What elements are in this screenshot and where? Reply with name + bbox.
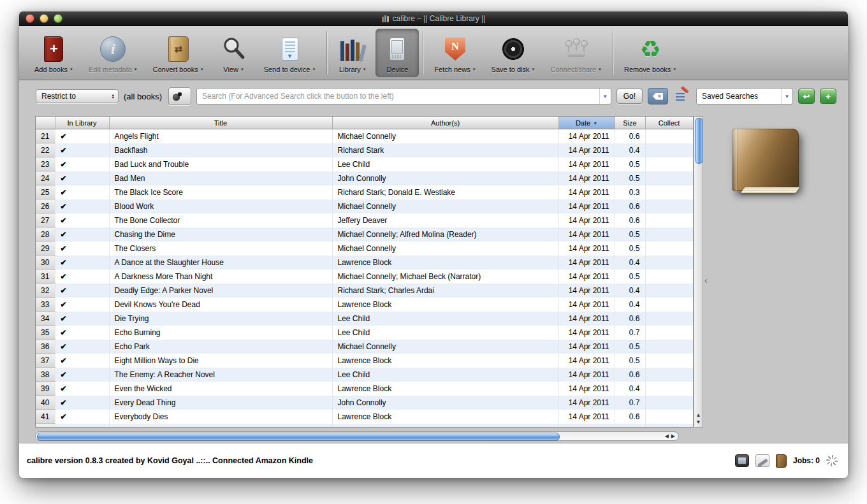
date-cell[interactable]: 14 Apr 2011 (558, 368, 615, 382)
table-row[interactable]: 41✔Everybody DiesLawrence Block14 Apr 20… (36, 410, 693, 424)
authors-cell[interactable]: Lawrence Block (332, 256, 558, 270)
date-cell[interactable]: 14 Apr 2011 (558, 227, 615, 241)
title-cell[interactable]: Chasing the Dime (109, 227, 332, 241)
authors-cell[interactable]: Jeffery Deaver (332, 213, 558, 227)
in-library-cell[interactable]: ✔ (55, 143, 109, 157)
in-library-cell[interactable]: ✔ (55, 424, 109, 428)
saved-searches-dropdown[interactable]: Saved Searches ▼ (696, 88, 793, 104)
row-number-cell[interactable]: 24 (36, 171, 55, 185)
authors-cell[interactable]: Lee Child (332, 368, 558, 382)
authors-cell[interactable]: Lawrence Block (332, 410, 558, 424)
tag-browser-toggle-icon[interactable] (755, 454, 769, 467)
toolbar-send-to-device[interactable]: ▼ Send to device▼ (257, 29, 323, 77)
close-window-button[interactable] (26, 14, 34, 23)
in-library-header[interactable]: In Library (55, 117, 109, 129)
search-input[interactable] (197, 92, 599, 101)
in-library-cell[interactable]: ✔ (55, 354, 109, 368)
in-library-cell[interactable]: ✔ (55, 199, 109, 213)
row-number-cell[interactable]: 33 (36, 298, 55, 312)
authors-cell[interactable]: John Connolly (332, 171, 558, 185)
dropdown-arrow-icon[interactable]: ▼ (134, 68, 138, 71)
book-details-toggle-icon[interactable] (776, 454, 787, 468)
table-row[interactable]: 31✔A Darkness More Than NightMichael Con… (36, 270, 693, 284)
authors-cell[interactable]: Richard Stark (332, 143, 558, 157)
in-library-cell[interactable]: ✔ (55, 312, 109, 326)
row-number-cell[interactable]: 36 (36, 340, 55, 354)
dropdown-arrow-icon[interactable]: ▼ (532, 68, 536, 71)
size-cell[interactable]: 0.5 (615, 270, 645, 284)
size-cell[interactable]: 0.4 (615, 382, 645, 396)
in-library-cell[interactable]: ✔ (55, 284, 109, 298)
in-library-cell[interactable]: ✔ (55, 298, 109, 312)
title-cell[interactable]: Eight Million Ways to Die (109, 354, 332, 368)
title-cell[interactable]: Devil Knows You're Dead (109, 298, 332, 312)
date-cell[interactable]: 14 Apr 2011 (558, 424, 615, 428)
date-header[interactable]: Date▼ (558, 117, 615, 129)
title-cell[interactable]: The Closers (109, 241, 332, 256)
toolbar-library[interactable]: Library▼ (331, 29, 374, 77)
collections-cell[interactable] (645, 213, 693, 227)
in-library-cell[interactable]: ✔ (55, 129, 109, 143)
title-cell[interactable]: Echo Burning (109, 326, 332, 340)
authors-cell[interactable]: Richard Stark (332, 424, 558, 428)
size-cell[interactable]: 0.5 (615, 340, 645, 354)
scroll-down-arrow-icon[interactable]: ▼ (696, 419, 701, 425)
size-header[interactable]: Size (615, 117, 645, 129)
authors-cell[interactable]: Lawrence Block (332, 382, 558, 396)
title-cell[interactable]: The Enemy: A Reacher Novel (109, 368, 332, 382)
date-cell[interactable]: 14 Apr 2011 (558, 157, 615, 171)
collections-header[interactable]: Collect (645, 117, 693, 129)
row-number-cell[interactable]: 29 (36, 241, 55, 256)
size-cell[interactable]: 0.3 (615, 424, 645, 428)
collections-cell[interactable] (645, 354, 693, 368)
date-cell[interactable]: 14 Apr 2011 (558, 213, 615, 227)
authors-cell[interactable]: Lawrence Block (332, 298, 558, 312)
advanced-search-button[interactable] (168, 87, 191, 105)
row-number-cell[interactable]: 31 (36, 270, 55, 284)
book-cover[interactable] (732, 129, 799, 191)
copy-search-to-saved-button[interactable]: ↩ (798, 89, 815, 104)
toolbar-connect-share[interactable]: Connect/share▼ (543, 29, 609, 77)
in-library-cell[interactable]: ✔ (55, 256, 109, 270)
collections-cell[interactable] (645, 129, 693, 143)
table-row[interactable]: 36✔Echo ParkMichael Connelly14 Apr 20110… (36, 340, 693, 354)
search-history-arrow-icon[interactable]: ▼ (599, 89, 611, 104)
row-number-cell[interactable]: 26 (36, 199, 55, 213)
saved-searches-arrow-icon[interactable]: ▼ (781, 89, 792, 104)
scroll-left-arrow-icon[interactable]: ◀ (665, 433, 669, 439)
date-cell[interactable]: 14 Apr 2011 (558, 284, 615, 298)
date-cell[interactable]: 14 Apr 2011 (558, 143, 615, 157)
toolbar-device[interactable]: Device (375, 29, 419, 77)
date-cell[interactable]: 14 Apr 2011 (558, 129, 615, 143)
collections-cell[interactable] (645, 298, 693, 312)
size-cell[interactable]: 0.4 (615, 256, 645, 270)
collections-cell[interactable] (645, 382, 693, 396)
titlebar[interactable]: calibre – || Calibre Library || (19, 11, 848, 26)
row-number-cell[interactable]: 42 (36, 424, 55, 428)
authors-cell[interactable]: Michael Connelly (332, 129, 558, 143)
title-cell[interactable]: Bad Luck and Trouble (109, 157, 332, 171)
row-number-cell[interactable]: 32 (36, 284, 55, 298)
scroll-up-arrow-icon[interactable]: ▲ (696, 412, 701, 418)
title-cell[interactable]: Even the Wicked (109, 382, 332, 396)
authors-cell[interactable]: Michael Connelly; Michael Beck (Narrator… (332, 270, 558, 284)
authors-cell[interactable]: Michael Connelly (332, 340, 558, 354)
in-library-cell[interactable]: ✔ (55, 326, 109, 340)
size-cell[interactable]: 0.5 (615, 171, 645, 185)
date-cell[interactable]: 14 Apr 2011 (558, 354, 615, 368)
date-cell[interactable]: 14 Apr 2011 (558, 270, 615, 284)
dropdown-arrow-icon[interactable]: ▼ (312, 68, 316, 71)
title-cell[interactable]: Blood Work (109, 199, 332, 213)
table-row[interactable]: 29✔The ClosersMichael Connelly14 Apr 201… (36, 241, 693, 256)
dropdown-arrow-icon[interactable]: ▼ (363, 68, 367, 71)
table-row[interactable]: 26✔Blood WorkMichael Connelly14 Apr 2011… (36, 199, 693, 213)
title-cell[interactable]: Backflash (109, 143, 332, 157)
collections-cell[interactable] (645, 410, 693, 424)
in-library-cell[interactable]: ✔ (55, 340, 109, 354)
collections-cell[interactable] (645, 396, 693, 410)
toolbar-fetch-news[interactable]: N Fetch news▼ (427, 29, 483, 77)
row-number-cell[interactable]: 39 (36, 382, 55, 396)
collections-cell[interactable] (645, 340, 693, 354)
date-cell[interactable]: 14 Apr 2011 (558, 171, 615, 185)
in-library-cell[interactable]: ✔ (55, 213, 109, 227)
